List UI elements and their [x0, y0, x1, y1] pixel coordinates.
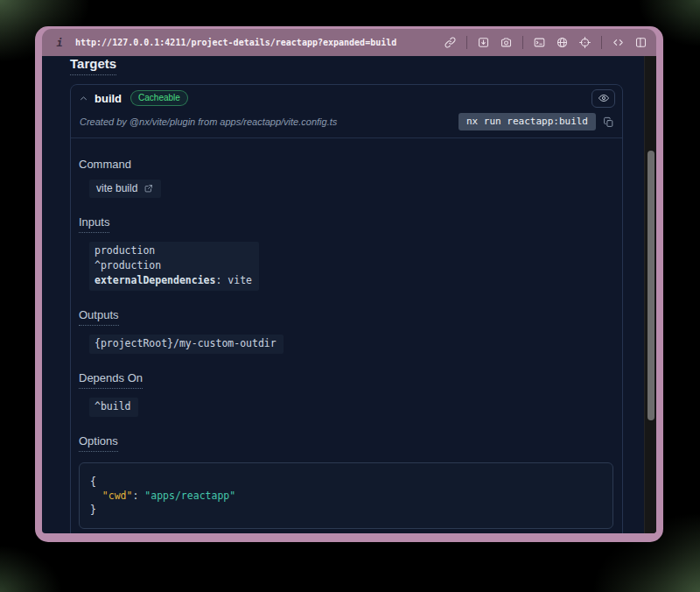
depends-on-line: ^build [94, 399, 131, 414]
outputs-heading: Outputs [79, 308, 119, 326]
copy-button[interactable] [603, 116, 614, 129]
chevron-up-icon[interactable] [79, 94, 88, 103]
toolbar-divider [522, 36, 523, 49]
section-command: Command vite build [79, 156, 613, 198]
options-heading: Options [79, 434, 118, 452]
run-command-chip: nx run reactapp:build [458, 113, 596, 130]
camera-icon[interactable] [500, 36, 513, 49]
terminal-icon[interactable] [533, 36, 546, 49]
toolbar-divider [466, 36, 467, 49]
scrollbar-track[interactable] [644, 56, 656, 533]
build-target-card: build Cacheable Created by @nx/vite/plug… [70, 84, 623, 533]
created-by-text: Created by @nx/vite/plugin from apps/rea… [80, 116, 458, 127]
section-depends-on: Depends On ^build [79, 370, 613, 417]
browser-topbar: i http://127.0.0.1:4211/project-details/… [42, 29, 656, 56]
eye-icon [598, 92, 610, 104]
build-target-header[interactable]: build Cacheable [71, 85, 622, 111]
json-line: } [90, 503, 602, 517]
crosshair-icon[interactable] [578, 36, 592, 49]
section-outputs: Outputs {projectRoot}/my-custom-outdir [79, 307, 613, 354]
external-link-icon [144, 183, 154, 194]
globe-icon[interactable] [556, 36, 569, 49]
inputs-heading: Inputs [79, 215, 109, 233]
command-value: vite build [96, 182, 137, 194]
command-heading: Command [79, 158, 131, 171]
input-line: externalDependencies: vite [94, 273, 252, 288]
box-arrow-down-icon[interactable] [477, 36, 490, 49]
section-inputs: Inputs production ^production externalDe… [79, 214, 613, 291]
toolbar-divider [601, 36, 602, 49]
json-line: { [90, 475, 602, 489]
link-icon[interactable] [444, 36, 457, 49]
page-content: Targets build Cacheable [42, 56, 656, 533]
input-line: production [94, 243, 252, 258]
view-target-button[interactable] [592, 89, 615, 108]
page-title: Targets [70, 56, 116, 75]
copy-icon [603, 116, 614, 129]
open-command-button[interactable] [144, 183, 154, 194]
created-by-row: Created by @nx/vite/plugin from apps/rea… [71, 111, 622, 138]
output-line: {projectRoot}/my-custom-outdir [94, 336, 276, 351]
cacheable-badge: Cacheable [130, 90, 188, 106]
section-options: Options { "cwd": "apps/reactapp" } [79, 433, 613, 529]
split-view-icon[interactable] [634, 36, 648, 49]
code-icon[interactable] [612, 36, 625, 49]
json-line: "cwd": "apps/reactapp" [90, 489, 602, 503]
target-name: build [94, 92, 122, 105]
url-text[interactable]: http://127.0.0.1:4211/project-details/re… [75, 38, 436, 47]
depends-on-heading: Depends On [79, 371, 143, 389]
input-line: ^production [94, 258, 252, 273]
options-json-block: { "cwd": "apps/reactapp" } [79, 462, 613, 529]
info-icon[interactable]: i [54, 37, 65, 49]
browser-window: i http://127.0.0.1:4211/project-details/… [35, 26, 663, 542]
scrollbar-thumb[interactable] [648, 151, 654, 420]
